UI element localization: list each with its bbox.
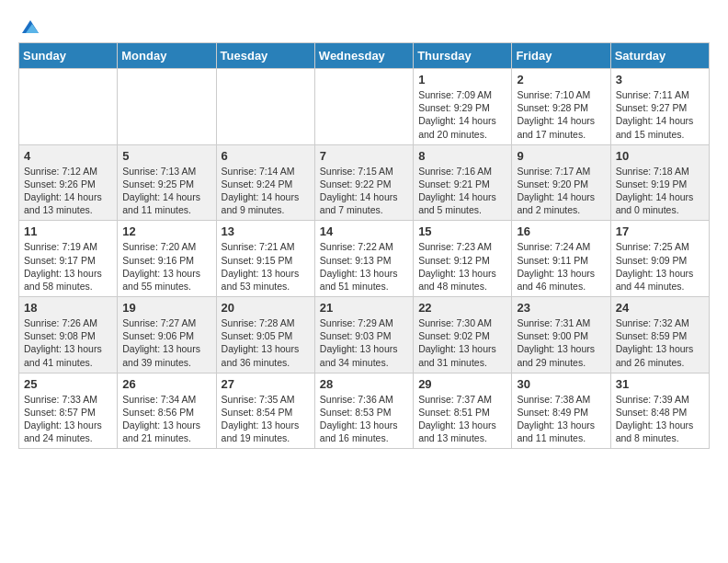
calendar-cell: 27Sunrise: 7:35 AMSunset: 8:54 PMDayligh… [216, 373, 314, 449]
day-of-week-header: Wednesday [314, 43, 413, 69]
calendar-cell: 7Sunrise: 7:15 AMSunset: 9:22 PMDaylight… [314, 144, 413, 221]
calendar-cell: 13Sunrise: 7:21 AMSunset: 9:15 PMDayligh… [216, 221, 314, 297]
day-info: Sunrise: 7:22 AMSunset: 9:13 PMDaylight:… [320, 240, 408, 293]
day-number: 31 [616, 377, 704, 391]
day-info: Sunrise: 7:10 AMSunset: 9:28 PMDaylight:… [517, 88, 605, 141]
day-info: Sunrise: 7:20 AMSunset: 9:16 PMDaylight:… [122, 240, 210, 293]
day-info: Sunrise: 7:37 AMSunset: 8:51 PMDaylight:… [418, 393, 506, 445]
day-number: 17 [616, 224, 704, 238]
day-number: 2 [517, 73, 605, 86]
calendar-week-row: 18Sunrise: 7:26 AMSunset: 9:08 PMDayligh… [19, 297, 710, 373]
calendar-cell: 3Sunrise: 7:11 AMSunset: 9:27 PMDaylight… [610, 69, 709, 145]
calendar-cell: 21Sunrise: 7:29 AMSunset: 9:03 PMDayligh… [314, 297, 413, 373]
day-info: Sunrise: 7:26 AMSunset: 9:08 PMDaylight:… [24, 316, 112, 369]
day-number: 25 [24, 377, 112, 391]
calendar-cell: 6Sunrise: 7:14 AMSunset: 9:24 PMDaylight… [216, 144, 314, 221]
day-number: 8 [418, 149, 506, 163]
day-of-week-header: Sunday [19, 43, 118, 69]
day-number: 7 [320, 149, 408, 163]
day-number: 15 [418, 224, 506, 238]
day-number: 12 [122, 224, 210, 238]
day-info: Sunrise: 7:35 AMSunset: 8:54 PMDaylight:… [222, 393, 310, 445]
day-number: 24 [616, 301, 704, 315]
day-info: Sunrise: 7:15 AMSunset: 9:22 PMDaylight:… [320, 165, 408, 217]
day-number: 1 [418, 73, 506, 86]
calendar-cell: 19Sunrise: 7:27 AMSunset: 9:06 PMDayligh… [118, 297, 216, 373]
day-of-week-header: Friday [512, 43, 610, 69]
calendar-cell: 9Sunrise: 7:17 AMSunset: 9:20 PMDaylight… [512, 144, 610, 221]
calendar-cell: 23Sunrise: 7:31 AMSunset: 9:00 PMDayligh… [512, 297, 610, 373]
day-info: Sunrise: 7:32 AMSunset: 8:59 PMDaylight:… [616, 316, 704, 369]
calendar-cell: 31Sunrise: 7:39 AMSunset: 8:48 PMDayligh… [610, 373, 709, 449]
calendar-cell [118, 69, 216, 145]
day-number: 14 [320, 224, 408, 238]
calendar-cell: 15Sunrise: 7:23 AMSunset: 9:12 PMDayligh… [414, 221, 512, 297]
page-header [18, 18, 710, 33]
day-of-week-header: Saturday [610, 43, 709, 69]
day-number: 6 [222, 149, 310, 163]
day-info: Sunrise: 7:16 AMSunset: 9:21 PMDaylight:… [418, 165, 506, 217]
day-number: 10 [616, 149, 704, 163]
day-info: Sunrise: 7:38 AMSunset: 8:49 PMDaylight:… [517, 393, 605, 445]
calendar-cell: 28Sunrise: 7:36 AMSunset: 8:53 PMDayligh… [314, 373, 413, 449]
day-of-week-header: Tuesday [216, 43, 314, 69]
day-number: 3 [616, 73, 704, 86]
day-info: Sunrise: 7:23 AMSunset: 9:12 PMDaylight:… [418, 240, 506, 293]
day-number: 29 [418, 377, 506, 391]
calendar-cell: 2Sunrise: 7:10 AMSunset: 9:28 PMDaylight… [512, 69, 610, 145]
day-info: Sunrise: 7:31 AMSunset: 9:00 PMDaylight:… [517, 316, 605, 369]
day-number: 9 [517, 149, 605, 163]
day-info: Sunrise: 7:29 AMSunset: 9:03 PMDaylight:… [320, 316, 408, 369]
day-info: Sunrise: 7:19 AMSunset: 9:17 PMDaylight:… [24, 240, 112, 293]
calendar-cell: 25Sunrise: 7:33 AMSunset: 8:57 PMDayligh… [19, 373, 118, 449]
calendar-cell: 24Sunrise: 7:32 AMSunset: 8:59 PMDayligh… [610, 297, 709, 373]
calendar-cell: 4Sunrise: 7:12 AMSunset: 9:26 PMDaylight… [19, 144, 118, 221]
day-info: Sunrise: 7:13 AMSunset: 9:25 PMDaylight:… [122, 165, 210, 217]
calendar-week-row: 25Sunrise: 7:33 AMSunset: 8:57 PMDayligh… [19, 373, 710, 449]
day-number: 13 [222, 224, 310, 238]
day-number: 22 [418, 301, 506, 315]
day-info: Sunrise: 7:36 AMSunset: 8:53 PMDaylight:… [320, 393, 408, 445]
day-number: 18 [24, 301, 112, 315]
calendar-cell: 20Sunrise: 7:28 AMSunset: 9:05 PMDayligh… [216, 297, 314, 373]
day-of-week-header: Thursday [414, 43, 512, 69]
calendar-cell: 10Sunrise: 7:18 AMSunset: 9:19 PMDayligh… [610, 144, 709, 221]
day-info: Sunrise: 7:21 AMSunset: 9:15 PMDaylight:… [222, 240, 310, 293]
calendar-table: SundayMondayTuesdayWednesdayThursdayFrid… [18, 42, 710, 449]
logo [18, 18, 40, 33]
day-number: 5 [122, 149, 210, 163]
calendar-cell [216, 69, 314, 145]
day-info: Sunrise: 7:25 AMSunset: 9:09 PMDaylight:… [616, 240, 704, 293]
calendar-week-row: 1Sunrise: 7:09 AMSunset: 9:29 PMDaylight… [19, 69, 710, 145]
calendar-cell: 29Sunrise: 7:37 AMSunset: 8:51 PMDayligh… [414, 373, 512, 449]
calendar-cell [19, 69, 118, 145]
calendar-cell: 30Sunrise: 7:38 AMSunset: 8:49 PMDayligh… [512, 373, 610, 449]
logo-icon [20, 17, 40, 37]
day-info: Sunrise: 7:14 AMSunset: 9:24 PMDaylight:… [222, 165, 310, 217]
day-info: Sunrise: 7:34 AMSunset: 8:56 PMDaylight:… [122, 393, 210, 445]
day-info: Sunrise: 7:30 AMSunset: 9:02 PMDaylight:… [418, 316, 506, 369]
day-number: 4 [24, 149, 112, 163]
day-info: Sunrise: 7:11 AMSunset: 9:27 PMDaylight:… [616, 88, 704, 141]
day-info: Sunrise: 7:39 AMSunset: 8:48 PMDaylight:… [616, 393, 704, 445]
calendar-cell: 17Sunrise: 7:25 AMSunset: 9:09 PMDayligh… [610, 221, 709, 297]
calendar-week-row: 4Sunrise: 7:12 AMSunset: 9:26 PMDaylight… [19, 144, 710, 221]
day-info: Sunrise: 7:24 AMSunset: 9:11 PMDaylight:… [517, 240, 605, 293]
day-info: Sunrise: 7:33 AMSunset: 8:57 PMDaylight:… [24, 393, 112, 445]
day-number: 11 [24, 224, 112, 238]
calendar-cell: 8Sunrise: 7:16 AMSunset: 9:21 PMDaylight… [414, 144, 512, 221]
calendar-header-row: SundayMondayTuesdayWednesdayThursdayFrid… [19, 43, 710, 69]
day-of-week-header: Monday [118, 43, 216, 69]
calendar-week-row: 11Sunrise: 7:19 AMSunset: 9:17 PMDayligh… [19, 221, 710, 297]
day-number: 16 [517, 224, 605, 238]
calendar-cell: 1Sunrise: 7:09 AMSunset: 9:29 PMDaylight… [414, 69, 512, 145]
day-number: 23 [517, 301, 605, 315]
calendar-cell [314, 69, 413, 145]
day-info: Sunrise: 7:28 AMSunset: 9:05 PMDaylight:… [222, 316, 310, 369]
day-number: 20 [222, 301, 310, 315]
day-number: 19 [122, 301, 210, 315]
calendar-cell: 22Sunrise: 7:30 AMSunset: 9:02 PMDayligh… [414, 297, 512, 373]
day-info: Sunrise: 7:17 AMSunset: 9:20 PMDaylight:… [517, 165, 605, 217]
calendar-cell: 11Sunrise: 7:19 AMSunset: 9:17 PMDayligh… [19, 221, 118, 297]
day-number: 30 [517, 377, 605, 391]
